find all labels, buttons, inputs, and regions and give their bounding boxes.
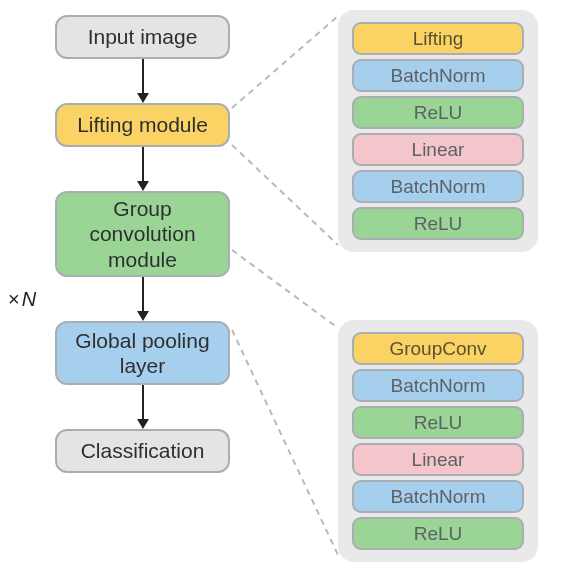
- svg-line-8: [232, 16, 338, 108]
- diagram-root: Input image Lifting module Group convolu…: [0, 0, 562, 580]
- layer-label: BatchNorm: [390, 375, 485, 397]
- layer-groupconv: GroupConv: [352, 332, 524, 365]
- layer-batchnorm: BatchNorm: [352, 170, 524, 203]
- layer-lifting: Lifting: [352, 22, 524, 55]
- layer-relu: ReLU: [352, 517, 524, 550]
- layer-label: BatchNorm: [390, 176, 485, 198]
- layer-label: Linear: [412, 139, 465, 161]
- layer-batchnorm: BatchNorm: [352, 480, 524, 513]
- lifting-module-detail-panel: Lifting BatchNorm ReLU Linear BatchNorm …: [338, 10, 538, 252]
- layer-relu: ReLU: [352, 406, 524, 439]
- svg-line-9: [232, 145, 338, 245]
- layer-linear: Linear: [352, 443, 524, 476]
- layer-label: Lifting: [413, 28, 464, 50]
- layer-label: ReLU: [414, 523, 463, 545]
- group-conv-module-detail-panel: GroupConv BatchNorm ReLU Linear BatchNor…: [338, 320, 538, 562]
- layer-linear: Linear: [352, 133, 524, 166]
- svg-line-11: [232, 330, 338, 555]
- layer-label: ReLU: [414, 213, 463, 235]
- layer-relu: ReLU: [352, 96, 524, 129]
- layer-batchnorm: BatchNorm: [352, 369, 524, 402]
- layer-relu: ReLU: [352, 207, 524, 240]
- layer-label: BatchNorm: [390, 65, 485, 87]
- layer-label: ReLU: [414, 102, 463, 124]
- layer-batchnorm: BatchNorm: [352, 59, 524, 92]
- layer-label: GroupConv: [389, 338, 486, 360]
- layer-label: ReLU: [414, 412, 463, 434]
- layer-label: Linear: [412, 449, 465, 471]
- layer-label: BatchNorm: [390, 486, 485, 508]
- svg-line-10: [232, 250, 338, 328]
